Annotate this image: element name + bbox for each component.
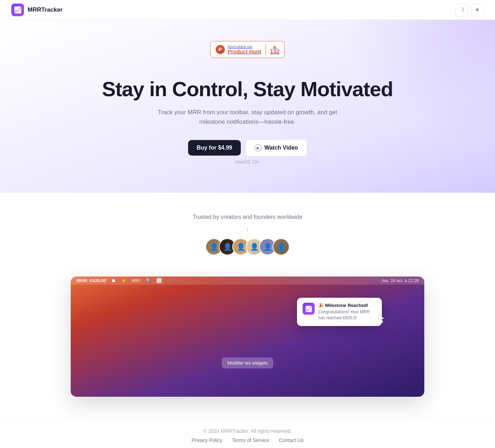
ph-upvote-arrow: ▲ xyxy=(273,44,277,48)
menubar-icon-search: 🔍 xyxy=(146,278,151,283)
notification-content: 🎉 Milestone Reached! Congratulations! Yo… xyxy=(318,303,376,321)
cursor-icon xyxy=(379,314,387,326)
notification-body: Congratulations! Your MRR has reached €6… xyxy=(318,309,376,321)
avatars-row: 👤 👤 👤 👤 👤 👤 xyxy=(7,238,488,255)
trusted-section: Trusted by creators and founders worldwi… xyxy=(0,193,495,269)
ph-count: 132 xyxy=(270,48,280,55)
ph-logo-circle: P xyxy=(216,45,225,54)
notification-title: 🎉 Milestone Reached! xyxy=(318,303,376,308)
navbar: 📈 MRRTracker ☽ ✕ xyxy=(0,0,495,20)
ph-featured-label: FEATURED ON xyxy=(228,45,252,48)
trusted-text: Trusted by creators and founders worldwi… xyxy=(7,214,488,220)
ph-count-group: ▲ 132 xyxy=(266,44,280,55)
mrr-display: MRR: €620.00 xyxy=(76,278,106,283)
hero-subtext: Track your MRR from your toolbar, stay u… xyxy=(148,107,346,127)
app-screenshot: MRR: €620.00 ⏺ ⚡ WiFi 🔍 ⬜ Jeu. 24 oct. à… xyxy=(71,277,424,397)
modifier-widgets-button[interactable]: Modifier les widgets xyxy=(222,357,273,368)
menubar-icon-bolt: ⚡ xyxy=(121,278,127,283)
terms-of-service-link[interactable]: Terms of Service xyxy=(232,437,269,443)
footer: © 2024 MRRTracker. All rights reserved. … xyxy=(0,418,495,448)
hero-heading: Stay in Control, Stay Motivated xyxy=(7,78,488,100)
logo-text: MRRTracker xyxy=(28,6,63,13)
moon-icon: ☽ xyxy=(459,6,464,13)
milestone-notification: 📈 🎉 Milestone Reached! Congratulations! … xyxy=(297,298,382,326)
x-icon: ✕ xyxy=(475,7,479,13)
watch-video-button[interactable]: ▶ Watch Video xyxy=(246,139,307,156)
buy-button[interactable]: Buy for $4.99 xyxy=(188,140,240,156)
logo-icon: 📈 xyxy=(11,4,24,16)
menubar-icon-screen: ⬜ xyxy=(156,278,162,283)
ph-product-name: Product Hunt xyxy=(228,48,261,54)
product-hunt-badge[interactable]: P FEATURED ON Product Hunt ▲ 132 xyxy=(210,41,285,58)
nav-actions: ☽ ✕ xyxy=(455,4,484,16)
screenshot-section: MRR: €620.00 ⏺ ⚡ WiFi 🔍 ⬜ Jeu. 24 oct. à… xyxy=(0,269,495,418)
play-icon: ▶ xyxy=(255,144,262,151)
footer-links: Privacy Policy Terms of Service Contact … xyxy=(7,437,488,443)
avatar-6: 👤 xyxy=(273,238,290,255)
hero-section: P FEATURED ON Product Hunt ▲ 132 Stay in… xyxy=(0,20,495,193)
menubar-icon-wifi: WiFi xyxy=(132,278,141,283)
menubar-datetime: Jeu. 24 oct. à 22:28 xyxy=(382,278,419,283)
hero-actions: Buy for $4.99 ▶ Watch Video xyxy=(7,139,488,156)
down-arrow-icon: ↓ xyxy=(7,225,488,233)
macos-requirement: macOS 13+ xyxy=(7,159,488,164)
logo-link[interactable]: 📈 MRRTracker xyxy=(11,4,63,16)
ph-text-group: FEATURED ON Product Hunt xyxy=(228,45,261,54)
contact-us-link[interactable]: Contact Us xyxy=(279,437,303,443)
watch-video-label: Watch Video xyxy=(264,145,298,151)
menubar-icon-record: ⏺ xyxy=(111,278,116,283)
theme-toggle-button[interactable]: ☽ xyxy=(455,4,468,16)
twitter-link-button[interactable]: ✕ xyxy=(471,4,484,16)
macos-menubar: MRR: €620.00 ⏺ ⚡ WiFi 🔍 ⬜ Jeu. 24 oct. à… xyxy=(71,277,424,285)
footer-copyright: © 2024 MRRTracker. All rights reserved. xyxy=(7,428,488,434)
privacy-policy-link[interactable]: Privacy Policy xyxy=(192,437,222,443)
notification-app-icon: 📈 xyxy=(303,303,315,315)
